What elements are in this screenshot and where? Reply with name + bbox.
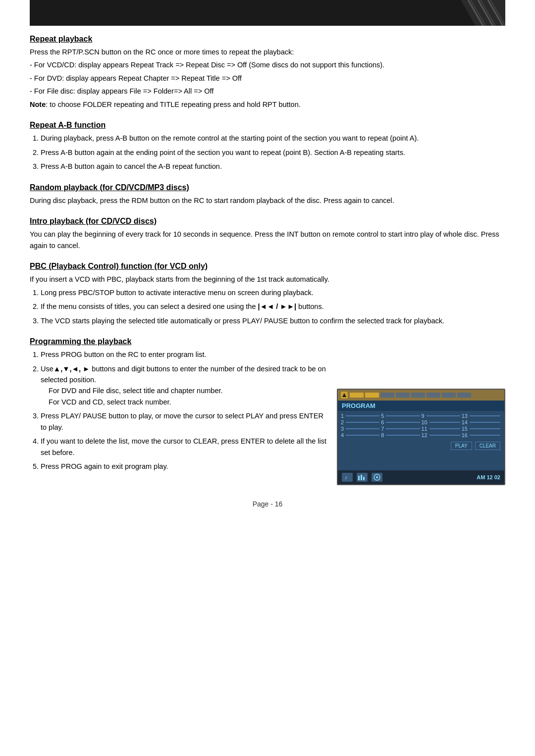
grid-cell-1-2: 5 — [381, 413, 421, 419]
seg-3 — [380, 393, 394, 398]
programming-content: Press PROG button on the RC to enter pro… — [30, 349, 505, 485]
svg-rect-12 — [366, 475, 366, 476]
header-decoration — [446, 0, 505, 26]
disc-icon — [372, 473, 382, 482]
screen-bottom-icons: ♪ — [342, 473, 382, 482]
svg-rect-9 — [358, 476, 360, 480]
seg-8 — [457, 393, 471, 398]
grid-cell-2-3: 10 — [422, 419, 461, 425]
screen-play-button[interactable]: PLAY — [451, 442, 472, 450]
prog-item-3: Press PLAY/ PAUSE button to play, or mov… — [41, 410, 327, 433]
pbc-item-1: Long press PBC/STOP button to activate i… — [41, 287, 505, 298]
intro-playback-body: You can play the beginning of every trac… — [30, 229, 505, 251]
screen-button-row: PLAY CLEAR — [338, 440, 504, 452]
screen-segments — [350, 393, 471, 398]
header-bar — [30, 0, 505, 26]
svg-point-14 — [376, 476, 378, 478]
pbc-item-2: If the menu consists of titles, you can … — [41, 301, 505, 312]
grid-cell-3-3: 11 — [422, 426, 461, 432]
screen-mockup-container: PROGRAM 1 5 9 13 2 6 10 14 3 — [337, 389, 505, 485]
music-note-icon: ♪ — [342, 473, 353, 482]
svg-marker-7 — [342, 393, 346, 397]
grid-cell-4-2: 8 — [381, 432, 421, 438]
pbc-intro: If you insert a VCD with PBC, playback s… — [30, 274, 505, 285]
grid-cell-4-3: 12 — [422, 432, 461, 438]
repeat-playback-note: Note: to choose FOLDER repeating and TIT… — [30, 99, 505, 110]
intro-playback-text: You can play the beginning of every trac… — [30, 229, 505, 251]
seg-6 — [427, 393, 440, 398]
svg-rect-11 — [363, 477, 365, 480]
page-number: Page - 16 — [253, 500, 283, 508]
grid-cell-2-4: 14 — [462, 419, 501, 425]
prog-item-5: Press PROG again to exit program play. — [41, 461, 327, 472]
screen-grid: 1 5 9 13 2 6 10 14 3 7 11 15 — [338, 411, 504, 440]
repeat-playback-line-1: Press the RPT/P.SCN button on the RC onc… — [30, 47, 505, 57]
repeat-ab-item-1: During playback, press A-B button on the… — [41, 133, 505, 144]
prog-item-1: Press PROG button on the RC to enter pro… — [41, 349, 327, 360]
screen-icon — [341, 392, 348, 399]
grid-cell-1-1: 1 — [341, 413, 380, 419]
grid-cell-4-1: 4 — [341, 432, 380, 438]
prog-item-2: Use▲,▼,◄, ► buttons and digit buttons to… — [41, 363, 327, 408]
screen-mockup: PROGRAM 1 5 9 13 2 6 10 14 3 — [337, 389, 505, 485]
screen-clear-button[interactable]: CLEAR — [475, 442, 500, 450]
seg-7 — [442, 393, 456, 398]
repeat-ab-item-2: Press A-B button again at the ending poi… — [41, 147, 505, 158]
grid-cell-2-2: 6 — [381, 419, 421, 425]
repeat-ab-item-3: Press A-B button again to cancel the A-B… — [41, 161, 505, 172]
random-playback-text: During disc playback, press the RDM butt… — [30, 195, 505, 206]
prog-item-4: If you want to delete the list, move the… — [41, 436, 327, 458]
grid-cell-1-3: 9 — [422, 413, 461, 419]
grid-cell-1-4: 13 — [462, 413, 501, 419]
grid-cell-4-4: 16 — [462, 432, 501, 438]
svg-text:♪: ♪ — [345, 474, 348, 480]
programming-title: Programming the playback — [30, 337, 505, 346]
programming-text: Press PROG button on the RC to enter pro… — [30, 349, 327, 475]
repeat-playback-line-2: - For VCD/CD: display appears Repeat Tra… — [30, 59, 505, 70]
pbc-section: PBC (Playback Control) function (for VCD… — [30, 262, 505, 326]
intro-playback-title: Intro playback (for CD/VCD discs) — [30, 217, 505, 226]
equalizer-icon — [357, 473, 368, 482]
screen-top-bar — [338, 390, 504, 401]
grid-cell-2-1: 2 — [341, 419, 380, 425]
repeat-playback-line-4: - For File disc: display appears File =>… — [30, 86, 505, 97]
repeat-ab-body: During playback, press A-B button on the… — [30, 133, 505, 172]
pbc-body: If you insert a VCD with PBC, playback s… — [30, 274, 505, 326]
random-playback-section: Random playback (for CD/VCD/MP3 discs) D… — [30, 183, 505, 206]
seg-5 — [411, 393, 425, 398]
screen-bottom-bar: ♪ — [338, 470, 504, 484]
pbc-item-3: The VCD starts playing the selected titl… — [41, 315, 505, 326]
repeat-playback-section: Repeat playback Press the RPT/P.SCN butt… — [30, 35, 505, 110]
grid-cell-3-4: 15 — [462, 426, 501, 432]
page-footer: Page - 16 — [30, 500, 505, 508]
repeat-playback-title: Repeat playback — [30, 35, 505, 44]
intro-playback-section: Intro playback (for CD/VCD discs) You ca… — [30, 217, 505, 251]
pbc-title: PBC (Playback Control) function (for VCD… — [30, 262, 505, 271]
seg-1 — [350, 393, 364, 398]
grid-cell-3-2: 7 — [381, 426, 421, 432]
seg-4 — [396, 393, 410, 398]
grid-cell-3-1: 3 — [341, 426, 380, 432]
repeat-playback-line-3: - For DVD: display appears Repeat Chapte… — [30, 73, 505, 84]
programming-section: Programming the playback Press PROG butt… — [30, 337, 505, 485]
repeat-playback-body: Press the RPT/P.SCN button on the RC onc… — [30, 47, 505, 110]
random-playback-title: Random playback (for CD/VCD/MP3 discs) — [30, 183, 505, 192]
seg-2 — [365, 393, 379, 398]
screen-program-label: PROGRAM — [338, 401, 504, 411]
svg-rect-10 — [361, 475, 362, 480]
random-playback-body: During disc playback, press the RDM butt… — [30, 195, 505, 206]
screen-time: AM 12 02 — [477, 474, 500, 480]
page-container: Repeat playback Press the RPT/P.SCN butt… — [0, 0, 535, 756]
repeat-ab-title: Repeat A-B function — [30, 121, 505, 130]
repeat-ab-section: Repeat A-B function During playback, pre… — [30, 121, 505, 172]
